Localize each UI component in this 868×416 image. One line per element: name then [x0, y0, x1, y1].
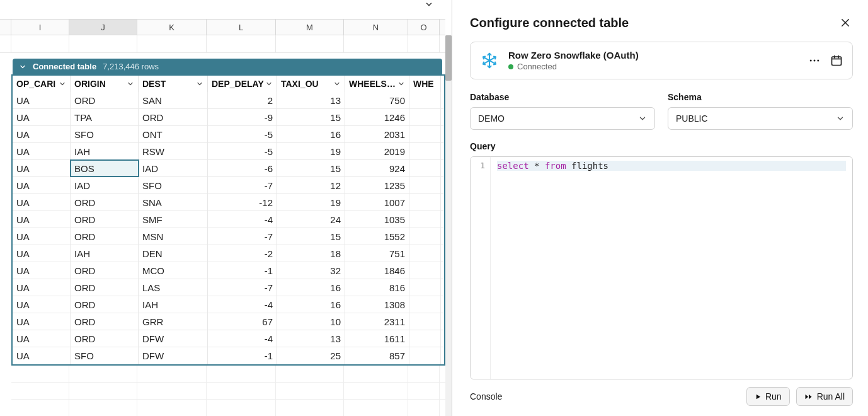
cell[interactable]: 1552	[345, 228, 409, 245]
console-label[interactable]: Console	[470, 391, 502, 402]
chevron-down-icon[interactable]	[59, 80, 66, 88]
cell[interactable]: ORD	[71, 330, 139, 347]
chevron-down-icon[interactable]	[265, 80, 273, 88]
cell[interactable]	[409, 296, 441, 313]
cell[interactable]: GRR	[139, 313, 208, 330]
header-wheels-off[interactable]: WHEELS_O	[345, 76, 409, 92]
cell[interactable]: ORD	[71, 262, 139, 279]
cell[interactable]: 19	[277, 194, 345, 211]
cell[interactable]: -7	[208, 279, 277, 296]
cell[interactable]: UA	[13, 194, 71, 211]
cell[interactable]: 67	[208, 313, 277, 330]
cell[interactable]: 16	[277, 296, 345, 313]
cell[interactable]: -2	[208, 245, 277, 262]
cell[interactable]: 2311	[345, 313, 409, 330]
cell[interactable]: UA	[13, 109, 71, 125]
cell[interactable]	[409, 262, 441, 279]
cell[interactable]: UA	[13, 92, 71, 108]
cell[interactable]: DFW	[139, 330, 208, 347]
cell[interactable]: IAH	[139, 296, 208, 313]
cell[interactable]: ORD	[71, 313, 139, 330]
close-button[interactable]	[838, 15, 853, 30]
header-origin[interactable]: ORIGIN	[71, 76, 139, 92]
cell[interactable]: IAD	[139, 160, 208, 176]
cell[interactable]: ORD	[71, 194, 139, 211]
chevron-down-icon[interactable]	[127, 80, 134, 88]
cell[interactable]	[409, 330, 441, 347]
cell[interactable]: 15	[277, 109, 345, 125]
more-menu-button[interactable]	[808, 54, 821, 67]
cell[interactable]: ORD	[71, 279, 139, 296]
cell[interactable]: ORD	[71, 296, 139, 313]
schedule-button[interactable]	[830, 54, 843, 67]
cell[interactable]: 751	[345, 245, 409, 262]
cell[interactable]: UA	[13, 177, 71, 194]
cell[interactable]: -5	[208, 126, 277, 142]
vertical-scrollbar[interactable]	[445, 35, 452, 416]
cell[interactable]: UA	[13, 160, 71, 176]
cell[interactable]	[409, 211, 441, 228]
cell[interactable]: 857	[345, 347, 409, 364]
cell[interactable]: SMF	[139, 211, 208, 228]
cell[interactable]: UA	[13, 347, 71, 364]
cell[interactable]: 2019	[345, 143, 409, 159]
cell[interactable]: 13	[277, 92, 345, 108]
header-wheels-on-truncated[interactable]: WHE	[409, 76, 441, 92]
cell[interactable]: -7	[208, 177, 277, 194]
cell[interactable]: 24	[277, 211, 345, 228]
cell[interactable]	[409, 347, 441, 364]
cell[interactable]: -7	[208, 228, 277, 245]
column-letter-I[interactable]: I	[11, 20, 69, 35]
cell[interactable]: TPA	[71, 109, 139, 125]
cell[interactable]	[409, 109, 441, 125]
cell[interactable]: UA	[13, 330, 71, 347]
cell[interactable]: IAH	[71, 245, 139, 262]
database-select[interactable]: DEMO	[470, 107, 655, 130]
cell[interactable]	[409, 143, 441, 159]
cell[interactable]: UA	[13, 228, 71, 245]
cell[interactable]: UA	[13, 126, 71, 142]
cell[interactable]: 12	[277, 177, 345, 194]
cell[interactable]: 750	[345, 92, 409, 108]
cell[interactable]	[409, 194, 441, 211]
cell[interactable]: BOS	[71, 160, 139, 176]
cell[interactable]: SFO	[71, 347, 139, 364]
cell[interactable]: MSN	[139, 228, 208, 245]
cell[interactable]	[409, 160, 441, 176]
column-letter-M[interactable]: M	[276, 20, 344, 35]
schema-select[interactable]: PUBLIC	[668, 107, 853, 130]
query-editor[interactable]: 1 select * from flights	[470, 156, 853, 379]
cell[interactable]: 924	[345, 160, 409, 176]
cell[interactable]: IAD	[71, 177, 139, 194]
cell[interactable]: SFO	[139, 177, 208, 194]
cell[interactable]: SFO	[71, 126, 139, 142]
cell[interactable]: DFW	[139, 347, 208, 364]
cell[interactable]	[409, 228, 441, 245]
cell[interactable]: UA	[13, 296, 71, 313]
query-line-1[interactable]: select * from flights	[497, 161, 846, 171]
chevron-down-icon[interactable]	[333, 80, 341, 88]
column-letter-J[interactable]: J	[69, 20, 137, 35]
column-letter-O[interactable]: O	[408, 20, 440, 35]
cell[interactable]: RSW	[139, 143, 208, 159]
cell[interactable]: UA	[13, 245, 71, 262]
cell[interactable]: 13	[277, 330, 345, 347]
cell[interactable]: DEN	[139, 245, 208, 262]
cell[interactable]: MCO	[139, 262, 208, 279]
column-letter-L[interactable]: L	[207, 20, 276, 35]
cell[interactable]: UA	[13, 279, 71, 296]
cell[interactable]: ORD	[71, 92, 139, 108]
cell[interactable]: -9	[208, 109, 277, 125]
cell[interactable]: -4	[208, 296, 277, 313]
cell[interactable]	[409, 279, 441, 296]
cell[interactable]: 1035	[345, 211, 409, 228]
cell[interactable]: UA	[13, 211, 71, 228]
cell[interactable]: UA	[13, 313, 71, 330]
cell[interactable]: 816	[345, 279, 409, 296]
cell[interactable]: 15	[277, 160, 345, 176]
cell[interactable]: 1611	[345, 330, 409, 347]
cell[interactable]: 1235	[345, 177, 409, 194]
cell[interactable]	[409, 313, 441, 330]
cell[interactable]: -4	[208, 330, 277, 347]
cell[interactable]: ORD	[139, 109, 208, 125]
